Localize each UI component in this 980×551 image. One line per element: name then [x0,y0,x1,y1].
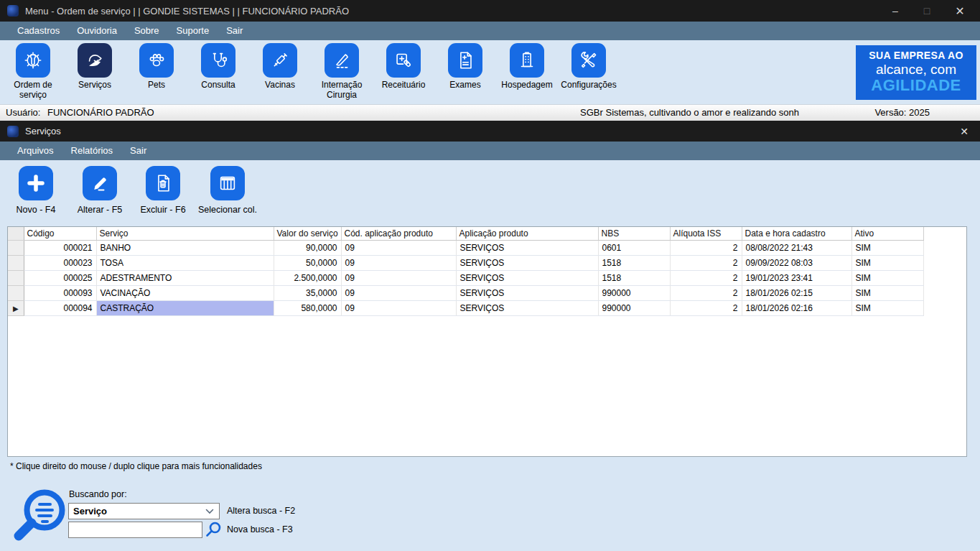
table-row[interactable]: 000025 ADESTRAMENTO 2.500,0000 09 SERVIÇ… [8,271,923,286]
cell-valor[interactable]: 35,0000 [274,286,341,301]
cell-codigo[interactable]: 000094 [24,301,96,316]
table-header-row: Código Serviço Valor do serviço Cód. apl… [8,227,923,241]
selecionar-col-label: Selecionar col. [198,205,257,215]
cell-aliquota[interactable]: 2 [670,271,742,286]
cell-valor[interactable]: 2.500,0000 [274,271,341,286]
menu-ouvidoria[interactable]: Ouvidoria [70,22,124,40]
col-ativo[interactable]: Ativo [851,227,923,241]
cell-data[interactable]: 09/09/2022 08:03 [742,256,851,271]
search-submit-icon[interactable] [205,521,223,539]
minimize-button[interactable]: – [879,0,911,22]
tool-label: Pets [148,80,165,91]
col-cod-aplicacao[interactable]: Cód. aplicação produto [341,227,456,241]
cell-servico-selected[interactable]: CASTRAÇÃO [96,301,274,316]
cell-ativo[interactable]: SIM [851,271,923,286]
search-input[interactable] [68,522,202,538]
tool-label: Vacinas [265,80,295,91]
cell-ativo[interactable]: SIM [851,241,923,256]
menu-sair-inner[interactable]: Sair [123,142,154,160]
cell-codigo[interactable]: 000021 [24,241,96,256]
tool-pets[interactable]: Pets [126,43,187,101]
cell-codigo[interactable]: 000025 [24,271,96,286]
tool-hospedagem[interactable]: Hospedagem [496,43,558,101]
tool-ordem-de-servico[interactable]: Ordem de serviço [2,43,64,101]
cell-valor[interactable]: 580,0000 [274,301,341,316]
col-data-cadastro[interactable]: Data e hora cadastro [742,227,851,241]
menu-suporte[interactable]: Suporte [169,22,217,40]
cell-servico[interactable]: VACINAÇÃO [96,286,274,301]
cell-data[interactable]: 08/08/2022 21:43 [742,241,851,256]
cell-aplicacao[interactable]: SERVIÇOS [456,301,598,316]
cell-servico[interactable]: ADESTRAMENTO [96,271,274,286]
cell-nbs[interactable]: 1518 [598,256,670,271]
tool-exames[interactable]: Exames [434,43,496,101]
cell-aplicacao[interactable]: SERVIÇOS [456,286,598,301]
col-aliquota[interactable]: Alíquota ISS [670,227,742,241]
col-servico[interactable]: Serviço [96,227,274,241]
chevron-down-icon [205,509,214,514]
alterar-button[interactable]: Alterar - F5 [71,166,129,215]
search-field-select[interactable]: Serviço [68,503,220,519]
table-row-selected[interactable]: ▶ 000094 CASTRAÇÃO 580,0000 09 SERVIÇOS … [8,301,923,316]
cell-codigo[interactable]: 000093 [24,286,96,301]
row-selector [8,241,24,256]
tool-internacao-cirurgia[interactable]: Internação Cirurgia [311,43,373,101]
table-row[interactable]: 000023 TOSA 50,0000 09 SERVIÇOS 1518 2 0… [8,256,923,271]
menu-sair[interactable]: Sair [219,22,250,40]
cell-aplicacao[interactable]: SERVIÇOS [456,271,598,286]
menu-sobre[interactable]: Sobre [127,22,167,40]
tool-receituario[interactable]: Receituário [373,43,434,101]
tool-configuracoes[interactable]: Configurações [558,43,620,101]
row-selector-active: ▶ [8,301,24,316]
cell-servico[interactable]: TOSA [96,256,274,271]
maximize-button[interactable]: □ [911,0,943,22]
cell-aliquota[interactable]: 2 [670,301,742,316]
cell-aplicacao[interactable]: SERVIÇOS [456,256,598,271]
cell-cod-aplicacao[interactable]: 09 [341,256,456,271]
cell-ativo[interactable]: SIM [851,301,923,316]
services-grid[interactable]: Código Serviço Valor do serviço Cód. apl… [7,226,967,457]
stethoscope-icon [207,50,229,71]
close-button[interactable]: ✕ [944,0,976,22]
cell-aliquota[interactable]: 2 [670,256,742,271]
col-codigo[interactable]: Código [24,227,96,241]
novo-button[interactable]: Novo - F4 [9,166,63,215]
cell-nbs[interactable]: 1518 [598,271,670,286]
tool-vacinas[interactable]: Vacinas [249,43,311,101]
cell-nbs[interactable]: 990000 [598,301,670,316]
cell-nbs[interactable]: 990000 [598,286,670,301]
tool-servicos[interactable]: Serviços [64,43,126,101]
cell-ativo[interactable]: SIM [851,286,923,301]
table-row[interactable]: 000021 BANHO 90,0000 09 SERVIÇOS 0601 2 … [8,241,923,256]
menu-cadastros[interactable]: Cadastros [10,22,67,40]
cell-data[interactable]: 19/01/2023 23:41 [742,271,851,286]
table-row[interactable]: 000093 VACINAÇÃO 35,0000 09 SERVIÇOS 990… [8,286,923,301]
col-nbs[interactable]: NBS [598,227,670,241]
cell-aliquota[interactable]: 2 [670,241,742,256]
gear-wrench-icon [22,50,44,71]
menu-relatorios[interactable]: Relatórios [64,142,121,160]
cell-valor[interactable]: 50,0000 [274,256,341,271]
col-aplicacao[interactable]: Aplicação produto [456,227,598,241]
services-close-button[interactable]: ✕ [951,121,977,142]
tool-consulta[interactable]: Consulta [187,43,249,101]
cell-aliquota[interactable]: 2 [670,286,742,301]
delete-document-icon [152,172,174,194]
cell-cod-aplicacao[interactable]: 09 [341,271,456,286]
cell-servico[interactable]: BANHO [96,241,274,256]
cell-codigo[interactable]: 000023 [24,256,96,271]
menu-arquivos[interactable]: Arquivos [10,142,61,160]
tool-label: Serviços [78,80,111,91]
cell-cod-aplicacao[interactable]: 09 [341,241,456,256]
cell-valor[interactable]: 90,0000 [274,241,341,256]
selecionar-col-button[interactable]: Selecionar col. [196,166,259,215]
excluir-button[interactable]: Excluir - F6 [134,166,192,215]
cell-data[interactable]: 18/01/2026 02:16 [742,301,851,316]
cell-nbs[interactable]: 0601 [598,241,670,256]
cell-aplicacao[interactable]: SERVIÇOS [456,241,598,256]
cell-ativo[interactable]: SIM [851,256,923,271]
col-valor[interactable]: Valor do serviço [274,227,341,241]
cell-cod-aplicacao[interactable]: 09 [341,301,456,316]
cell-data[interactable]: 18/01/2026 02:15 [742,286,851,301]
cell-cod-aplicacao[interactable]: 09 [341,286,456,301]
